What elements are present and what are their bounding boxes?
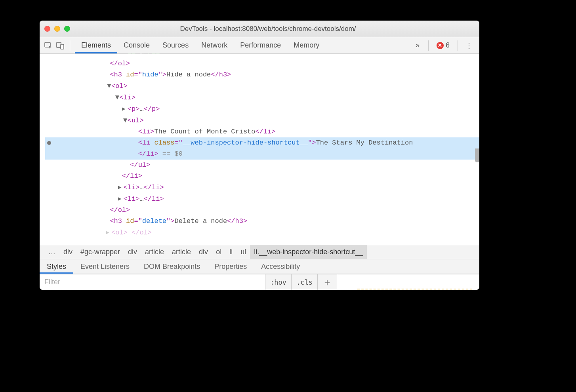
dom-node[interactable]: </li> [45, 171, 479, 182]
dom-node[interactable]: ▸<p>…</p> [45, 103, 479, 115]
dom-node[interactable]: </ol> [45, 58, 479, 69]
dom-node[interactable]: ▸<ol> </ol> [45, 227, 479, 238]
tab-console[interactable]: Console [117, 37, 156, 53]
styles-filter-bar: :hov .cls ＋ [40, 274, 479, 290]
crumb-item-selected[interactable]: li.__web-inspector-hide-shortcut__ [250, 245, 367, 259]
dom-node-selected[interactable]: <li class="__web-inspector-hide-shortcut… [45, 137, 479, 148]
tab-network[interactable]: Network [195, 37, 234, 53]
svg-rect-2 [61, 44, 64, 49]
tab-elements[interactable]: Elements [75, 37, 117, 53]
dom-node[interactable]: ▸<li>…</li> [45, 182, 479, 193]
crumb-overflow[interactable]: … [44, 245, 59, 259]
window-controls [44, 26, 70, 32]
crumb-item[interactable]: div [59, 245, 76, 259]
dom-node[interactable]: ▼<ol> [45, 80, 479, 92]
dom-node[interactable]: ▼<ul> [45, 115, 479, 126]
breadcrumb[interactable]: … div #gc-wrapper div article article di… [40, 245, 479, 259]
window-title: DevTools - localhost:8080/web/tools/chro… [77, 25, 475, 33]
hov-toggle[interactable]: :hov [265, 274, 291, 290]
subtab-styles[interactable]: Styles [40, 259, 73, 274]
dom-node[interactable]: ▸<li …</li> [45, 54, 479, 58]
separator [70, 40, 70, 51]
error-badge-icon: ✕ [437, 42, 444, 49]
crumb-item[interactable]: div [124, 245, 141, 259]
main-toolbar: Elements Console Sources Network Perform… [40, 37, 479, 54]
dom-node[interactable]: ▼<li> [45, 92, 479, 103]
dom-node[interactable]: </ol> [45, 205, 479, 216]
separator [428, 40, 429, 51]
crumb-item[interactable]: article [141, 245, 168, 259]
dom-node[interactable]: ▸<li>…</li> [45, 193, 479, 205]
dom-node-selected-tail[interactable]: </li> == $0 [45, 148, 479, 160]
crumb-item[interactable]: ul [237, 245, 250, 259]
maximize-window-button[interactable] [64, 26, 70, 32]
dom-node[interactable]: </ul> [45, 160, 479, 171]
crumb-item[interactable]: article [168, 245, 195, 259]
tab-sources[interactable]: Sources [156, 37, 195, 53]
dom-node[interactable]: <h3 id="hide">Hide a node</h3> [45, 69, 479, 80]
cls-toggle[interactable]: .cls [291, 274, 317, 290]
crumb-item[interactable]: div [195, 245, 212, 259]
crumb-item[interactable]: #gc-wrapper [76, 245, 124, 259]
device-toggle-icon[interactable] [55, 41, 65, 50]
new-style-rule-icon[interactable]: ＋ [317, 274, 337, 290]
error-count: 6 [446, 41, 450, 49]
dom-node[interactable]: <h3 id="delete">Delete a node</h3> [45, 216, 479, 227]
hidden-node-indicator-icon [47, 141, 51, 145]
separator [458, 40, 458, 51]
subtab-dom-breakpoints[interactable]: DOM Breakpoints [137, 259, 207, 274]
dom-node[interactable]: <li>The Count of Monte Cristo</li> [45, 126, 479, 137]
tab-memory[interactable]: Memory [287, 37, 326, 53]
subtab-properties[interactable]: Properties [207, 259, 254, 274]
error-counter[interactable]: ✕ 6 [433, 41, 453, 49]
crumb-item[interactable]: li [225, 245, 237, 259]
box-model-pane [337, 274, 479, 290]
elements-dom-tree[interactable]: ▸<li …</li> </ol> <h3 id="hide">Hide a n… [40, 54, 479, 245]
subtab-accessibility[interactable]: Accessibility [254, 259, 307, 274]
inspect-element-icon[interactable] [44, 41, 53, 50]
styles-subtabs: Styles Event Listeners DOM Breakpoints P… [40, 259, 479, 274]
minimize-window-button[interactable] [54, 26, 60, 32]
kebab-menu-icon[interactable]: ⋮ [463, 41, 475, 50]
box-model-margin-edge [357, 289, 472, 290]
crumb-item[interactable]: ol [212, 245, 225, 259]
devtools-window: DevTools - localhost:8080/web/tools/chro… [40, 21, 479, 290]
styles-filter-input[interactable] [40, 274, 265, 290]
close-window-button[interactable] [44, 26, 50, 32]
tabs-overflow-icon[interactable]: » [412, 41, 423, 49]
titlebar: DevTools - localhost:8080/web/tools/chro… [40, 21, 479, 37]
subtab-event-listeners[interactable]: Event Listeners [73, 259, 137, 274]
tab-performance[interactable]: Performance [234, 37, 287, 53]
